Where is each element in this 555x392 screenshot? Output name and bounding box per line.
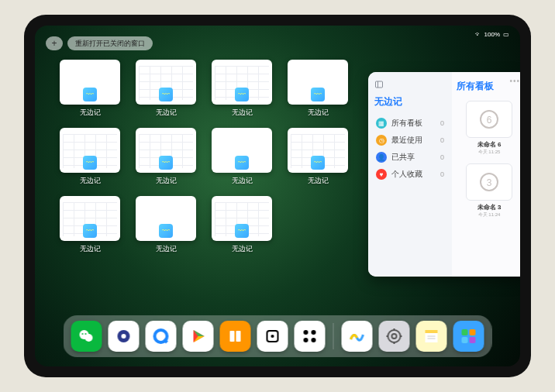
board-thumbnail: 3 bbox=[466, 163, 512, 201]
board-thumbnail: 6 bbox=[466, 101, 512, 138]
sidebar-icon bbox=[374, 80, 384, 89]
dock-settings-icon[interactable] bbox=[379, 321, 410, 352]
svg-point-21 bbox=[312, 330, 316, 335]
freeform-app-icon bbox=[83, 156, 97, 170]
window-thumbnail[interactable]: 无边记 bbox=[212, 196, 272, 256]
thumbnail-preview bbox=[60, 128, 120, 173]
dock-separator bbox=[333, 323, 334, 349]
window-label: 无边记 bbox=[232, 244, 253, 254]
svg-text:3: 3 bbox=[487, 177, 492, 188]
thumbnail-preview bbox=[212, 196, 272, 241]
content-pane: ••• 所有看板 6 未命名 6 今天 11:25 3 未命名 3 今天 11:… bbox=[452, 72, 520, 277]
freeform-app-icon bbox=[311, 156, 325, 170]
thumbnail-preview bbox=[60, 196, 120, 241]
freeform-main-window[interactable]: 无边记 ▦ 所有看板 0◷ 最近使用 0👤 已共享 0♥ 个人收藏 0 ••• … bbox=[368, 72, 520, 277]
dock-play-icon[interactable] bbox=[183, 321, 214, 352]
dock-notes-icon[interactable] bbox=[416, 321, 447, 352]
reopen-closed-window-button[interactable]: 重新打开已关闭的窗口 bbox=[67, 36, 153, 50]
dock-nodes-icon[interactable] bbox=[295, 321, 326, 352]
window-label: 无边记 bbox=[156, 176, 177, 186]
svg-rect-34 bbox=[462, 329, 468, 335]
dock bbox=[64, 315, 492, 357]
svg-point-8 bbox=[82, 333, 84, 335]
sidebar-item-clock[interactable]: ◷ 最近使用 0 bbox=[374, 132, 446, 149]
freeform-app-icon bbox=[235, 88, 249, 101]
svg-text:6: 6 bbox=[487, 115, 492, 126]
window-thumbnail[interactable]: 无边记 bbox=[212, 128, 272, 188]
dock-browser1-icon[interactable] bbox=[109, 321, 140, 352]
person-icon: 👤 bbox=[376, 152, 387, 163]
sidebar-item-count: 0 bbox=[440, 153, 444, 161]
sidebar-item-person[interactable]: 👤 已共享 0 bbox=[374, 149, 446, 166]
window-thumbnail[interactable]: 无边记 bbox=[288, 128, 348, 188]
board-card[interactable]: 6 未命名 6 今天 11:25 bbox=[461, 101, 517, 156]
sidebar-header bbox=[374, 80, 446, 89]
svg-point-20 bbox=[304, 330, 309, 335]
dock-wechat-icon[interactable] bbox=[71, 321, 102, 352]
svg-point-9 bbox=[85, 333, 87, 335]
freeform-app-icon bbox=[83, 88, 97, 101]
sidebar-item-heart[interactable]: ♥ 个人收藏 0 bbox=[374, 166, 446, 183]
sidebar-item-label: 已共享 bbox=[391, 152, 415, 163]
window-label: 无边记 bbox=[156, 244, 177, 254]
window-label: 无边记 bbox=[308, 108, 329, 118]
window-thumbnail[interactable]: 无边记 bbox=[288, 60, 348, 120]
reopen-label: 重新打开已关闭的窗口 bbox=[75, 39, 145, 49]
thumbnail-preview bbox=[288, 128, 348, 173]
sidebar-item-grid[interactable]: ▦ 所有看板 0 bbox=[374, 115, 446, 132]
battery-text: 100% bbox=[484, 31, 500, 38]
dock-folder-icon[interactable] bbox=[453, 321, 484, 352]
thumbnail-preview bbox=[60, 60, 120, 105]
svg-point-7 bbox=[85, 334, 93, 342]
window-label: 无边记 bbox=[156, 108, 177, 118]
sidebar-title: 无边记 bbox=[374, 95, 446, 108]
window-label: 无边记 bbox=[232, 108, 253, 118]
window-label: 无边记 bbox=[308, 176, 329, 186]
more-icon[interactable]: ••• bbox=[509, 77, 520, 85]
svg-rect-16 bbox=[230, 331, 235, 342]
board-name: 未命名 6 bbox=[477, 140, 502, 149]
freeform-app-icon bbox=[235, 224, 249, 238]
thumbnail-preview bbox=[212, 60, 272, 105]
thumbnail-preview bbox=[136, 196, 196, 241]
board-time: 今天 11:24 bbox=[478, 211, 501, 218]
battery-icon: ▭ bbox=[503, 31, 509, 38]
window-thumbnail[interactable]: 无边记 bbox=[60, 60, 120, 120]
freeform-app-icon bbox=[159, 224, 173, 238]
window-thumbnail[interactable]: 无边记 bbox=[60, 196, 120, 256]
heart-icon: ♥ bbox=[376, 169, 387, 180]
thumbnail-preview bbox=[288, 60, 348, 105]
sidebar: 无边记 ▦ 所有看板 0◷ 最近使用 0👤 已共享 0♥ 个人收藏 0 bbox=[368, 72, 452, 277]
svg-rect-17 bbox=[236, 331, 241, 342]
dock-browser2-icon[interactable] bbox=[146, 321, 177, 352]
sidebar-item-label: 个人收藏 bbox=[391, 169, 422, 180]
clock-icon: ◷ bbox=[376, 135, 387, 146]
thumbnail-preview bbox=[136, 60, 196, 105]
dock-dice-icon[interactable] bbox=[257, 321, 288, 352]
dock-freeform-icon[interactable] bbox=[342, 321, 373, 352]
board-time: 今天 11:25 bbox=[478, 149, 501, 156]
plus-icon: + bbox=[51, 38, 57, 49]
svg-rect-35 bbox=[470, 329, 476, 335]
add-window-button[interactable]: + bbox=[46, 36, 63, 50]
window-thumbnail[interactable]: 无边记 bbox=[136, 60, 196, 120]
freeform-app-icon bbox=[83, 224, 97, 238]
sidebar-item-label: 最近使用 bbox=[391, 135, 422, 146]
window-thumbnail[interactable]: 无边记 bbox=[136, 128, 196, 188]
sidebar-item-count: 0 bbox=[440, 136, 444, 144]
window-label: 无边记 bbox=[80, 176, 101, 186]
svg-rect-31 bbox=[426, 333, 438, 342]
thumbnail-preview bbox=[136, 128, 196, 173]
board-card[interactable]: 3 未命名 3 今天 11:24 bbox=[461, 163, 517, 218]
top-controls: + 重新打开已关闭的窗口 bbox=[46, 36, 153, 50]
grid-icon: ▦ bbox=[376, 118, 387, 129]
sidebar-item-label: 所有看板 bbox=[391, 118, 422, 129]
board-name: 未命名 3 bbox=[477, 203, 502, 211]
freeform-app-icon bbox=[159, 88, 173, 101]
window-thumbnail[interactable]: 无边记 bbox=[60, 128, 120, 188]
window-thumbnail[interactable]: 无边记 bbox=[136, 196, 196, 256]
dock-books-icon[interactable] bbox=[220, 321, 251, 352]
window-thumbnail[interactable]: 无边记 bbox=[212, 60, 272, 120]
svg-point-19 bbox=[271, 335, 274, 338]
svg-point-22 bbox=[304, 338, 309, 342]
